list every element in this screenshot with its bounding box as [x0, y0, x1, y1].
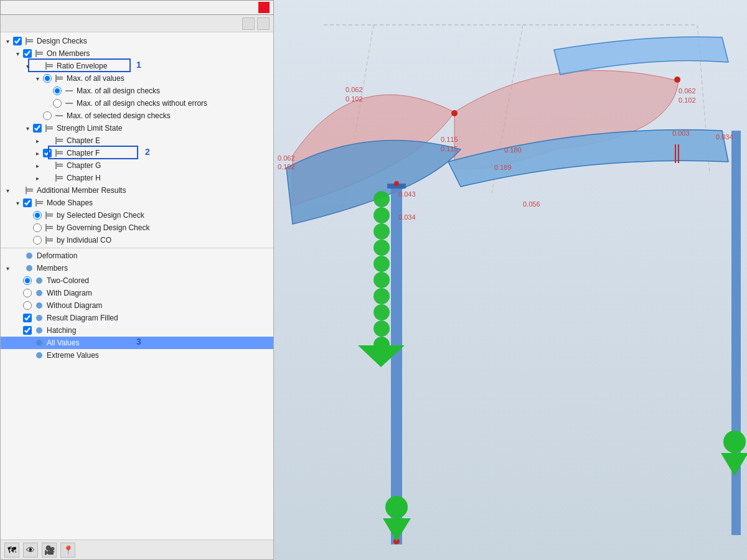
label-design-checks: Design Checks	[35, 37, 88, 45]
tree-item-by-selected-design-check[interactable]: by Selected Design Check	[1, 209, 273, 222]
tree-item-extreme-values[interactable]: Extreme Values	[1, 349, 273, 362]
svg-rect-29	[55, 174, 57, 182]
tree-item-max-design-checks[interactable]: Max. of all design checks	[1, 85, 273, 97]
member-icon	[34, 49, 44, 58]
radio-with-diagram[interactable]	[23, 289, 32, 297]
radio-two-colored[interactable]	[23, 276, 32, 285]
member-icon	[44, 61, 54, 71]
tree-item-additional-member[interactable]: ▾Additional Member Results	[1, 184, 273, 197]
camera-button[interactable]: 🎥	[42, 543, 57, 558]
expand-btn-chapter-f[interactable]: ▸	[33, 149, 42, 157]
label-hatching: Hatching	[45, 326, 77, 335]
label-max-design-checks-no-errors: Max. of all design checks without errors	[75, 99, 209, 108]
bottom-toolbar: 🗺 👁 🎥 📍	[1, 539, 273, 559]
checkbox-hatching[interactable]	[23, 326, 32, 335]
tree-item-chapter-f[interactable]: ▸Chapter F	[1, 147, 273, 159]
radio-max-all-values[interactable]	[43, 74, 52, 83]
line-icon	[54, 111, 64, 121]
label-all-values: All Values	[45, 338, 80, 347]
tree-item-chapter-e[interactable]: ▸Chapter E	[1, 134, 273, 147]
tree-item-members[interactable]: ▾Members	[1, 262, 273, 274]
expand-btn-members[interactable]: ▾	[3, 264, 12, 273]
tree-item-two-colored[interactable]: Two-Colored	[1, 274, 273, 287]
expand-btn-on-members[interactable]: ▾	[13, 49, 22, 58]
radio-max-design-checks-no-errors[interactable]	[53, 99, 62, 108]
color-deform-icon	[24, 251, 34, 261]
expand-btn-chapter-e[interactable]: ▸	[33, 136, 42, 145]
tree-item-chapter-h[interactable]: ▸Chapter H	[1, 172, 273, 184]
checkbox-strength-limit[interactable]	[33, 124, 42, 133]
eye-button[interactable]: 👁	[23, 543, 38, 558]
expand-btn-max-all-values[interactable]: ▾	[33, 74, 42, 83]
checkbox-on-members[interactable]	[23, 49, 32, 58]
checkbox-design-checks[interactable]	[13, 37, 22, 45]
svg-point-53	[36, 352, 42, 358]
radio-max-design-checks[interactable]	[53, 86, 62, 95]
svg-point-51	[36, 327, 42, 334]
color-two-icon	[34, 276, 44, 286]
color-nodiag-icon	[34, 301, 44, 310]
member-icon	[54, 161, 64, 170]
tree-item-max-selected-design-checks[interactable]: Max. of selected design checks	[1, 110, 273, 122]
member-icon	[44, 123, 54, 133]
label-with-diagram: With Diagram	[45, 289, 93, 297]
svg-point-46	[26, 265, 32, 271]
tree-item-by-governing-design-check[interactable]: by Governing Design Check	[1, 222, 273, 234]
svg-point-70	[374, 223, 390, 240]
expand-btn-mode-shapes[interactable]: ▾	[13, 198, 22, 207]
expand-btn-chapter-g[interactable]: ▸	[33, 161, 42, 170]
tree-item-by-individual-co[interactable]: by Individual CO	[1, 234, 273, 246]
label-max-design-checks: Max. of all design checks	[75, 86, 161, 95]
svg-text:0.115: 0.115	[441, 136, 458, 143]
map-button[interactable]: 🗺	[4, 543, 19, 558]
label-by-individual-co: by Individual CO	[55, 236, 113, 245]
toolbar-prev-btn[interactable]	[242, 17, 255, 30]
label-by-governing-design-check: by Governing Design Check	[55, 223, 151, 232]
tree-item-strength-limit[interactable]: ▾Strength Limit State	[1, 122, 273, 134]
radio-by-governing-design-check[interactable]	[33, 223, 42, 232]
svg-rect-11	[55, 75, 57, 82]
radio-without-diagram[interactable]	[23, 301, 32, 310]
svg-text:0.189: 0.189	[494, 164, 512, 171]
tree-item-chapter-g[interactable]: ▸Chapter G	[1, 159, 273, 172]
panel-toolbar	[1, 15, 273, 32]
tree-item-design-checks[interactable]: ▾Design Checks	[1, 35, 273, 47]
svg-point-69	[374, 207, 390, 223]
tree-item-without-diagram[interactable]: Without Diagram	[1, 299, 273, 312]
expand-btn-chapter-h[interactable]: ▸	[33, 174, 42, 182]
tree-item-max-all-values[interactable]: ▾Max. of all values	[1, 72, 273, 85]
tree-item-mode-shapes[interactable]: ▾Mode Shapes	[1, 197, 273, 209]
label-max-selected-design-checks: Max. of selected design checks	[65, 111, 172, 120]
color-member-icon	[24, 263, 34, 273]
checkbox-result-diagram-filled[interactable]	[23, 314, 32, 322]
svg-text:0.115: 0.115	[441, 145, 458, 152]
expand-btn-ratio-envelope[interactable]: ▾	[23, 62, 32, 70]
tree-item-max-design-checks-no-errors[interactable]: Max. of all design checks without errors	[1, 97, 273, 110]
pin-button[interactable]: 📍	[60, 543, 75, 558]
radio-by-individual-co[interactable]	[33, 236, 42, 245]
tree-item-with-diagram[interactable]: With Diagram	[1, 287, 273, 299]
svg-point-63	[451, 110, 458, 116]
navigator-panel: ▾Design Checks▾On Members▾Ratio Envelope…	[0, 15, 274, 560]
label-result-diagram-filled: Result Diagram Filled	[45, 314, 120, 322]
member-icon	[54, 148, 64, 158]
radio-by-selected-design-check[interactable]	[33, 211, 42, 220]
radio-max-selected-design-checks[interactable]	[43, 111, 52, 120]
tree-item-deformation[interactable]: Deformation	[1, 250, 273, 262]
svg-text:0.034: 0.034	[716, 133, 733, 141]
checkbox-mode-shapes[interactable]	[23, 198, 32, 207]
svg-point-68	[374, 191, 390, 207]
close-button[interactable]	[258, 2, 270, 13]
expand-btn-strength-limit[interactable]: ▾	[23, 124, 32, 133]
viewport: 0.062 0.102 0.115 0.115 0.180 0.189 0.06…	[274, 0, 747, 560]
tree-item-result-diagram-filled[interactable]: Result Diagram Filled	[1, 312, 273, 324]
expand-btn-additional-member[interactable]: ▾	[3, 186, 12, 195]
checkbox-chapter-f[interactable]	[43, 149, 52, 157]
toolbar-next-btn[interactable]	[257, 17, 270, 30]
tree-item-on-members[interactable]: ▾On Members	[1, 47, 273, 60]
label-mode-shapes: Mode Shapes	[45, 198, 94, 207]
label-extreme-values: Extreme Values	[45, 351, 100, 360]
expand-btn-design-checks[interactable]: ▾	[3, 37, 12, 45]
tree-item-hatching[interactable]: Hatching	[1, 324, 273, 337]
svg-point-81	[723, 431, 746, 453]
